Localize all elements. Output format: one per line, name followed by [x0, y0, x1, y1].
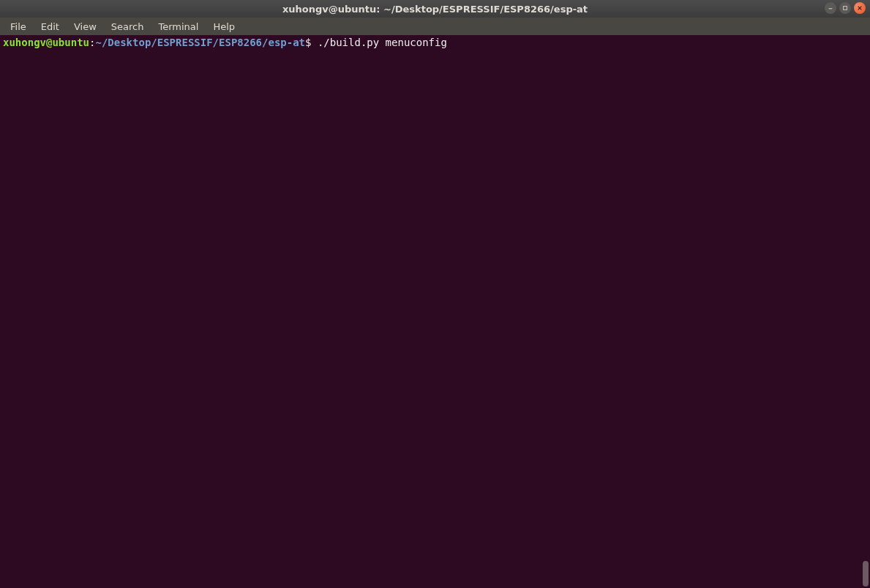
minimize-button[interactable]: [825, 2, 836, 14]
scrollbar-thumb[interactable]: [863, 561, 869, 587]
close-icon: [857, 5, 863, 11]
prompt-user-host: xuhongv@ubuntu: [3, 37, 89, 48]
menu-view[interactable]: View: [67, 19, 104, 34]
terminal-area[interactable]: xuhongv@ubuntu:~/Desktop/ESPRESSIF/ESP82…: [0, 35, 870, 588]
close-button[interactable]: [854, 2, 866, 14]
menu-terminal[interactable]: Terminal: [151, 19, 206, 34]
menu-help[interactable]: Help: [206, 19, 242, 34]
prompt-command: ./build.py menuconfig: [311, 37, 446, 48]
menu-search[interactable]: Search: [104, 19, 151, 34]
menu-edit[interactable]: Edit: [34, 19, 67, 34]
svg-rect-1: [844, 7, 847, 10]
window-title: xuhongv@ubuntu: ~/Desktop/ESPRESSIF/ESP8…: [282, 4, 588, 15]
maximize-icon: [842, 5, 848, 11]
maximize-button[interactable]: [839, 2, 851, 14]
titlebar[interactable]: xuhongv@ubuntu: ~/Desktop/ESPRESSIF/ESP8…: [0, 0, 870, 18]
scrollbar-track[interactable]: [861, 35, 870, 588]
menubar: File Edit View Search Terminal Help: [0, 18, 870, 35]
minimize-icon: [828, 5, 833, 11]
window-controls: [825, 2, 866, 14]
prompt-line: xuhongv@ubuntu:~/Desktop/ESPRESSIF/ESP82…: [3, 37, 867, 49]
menu-file[interactable]: File: [3, 19, 34, 34]
prompt-path: ~/Desktop/ESPRESSIF/ESP8266/esp-at: [95, 37, 305, 48]
